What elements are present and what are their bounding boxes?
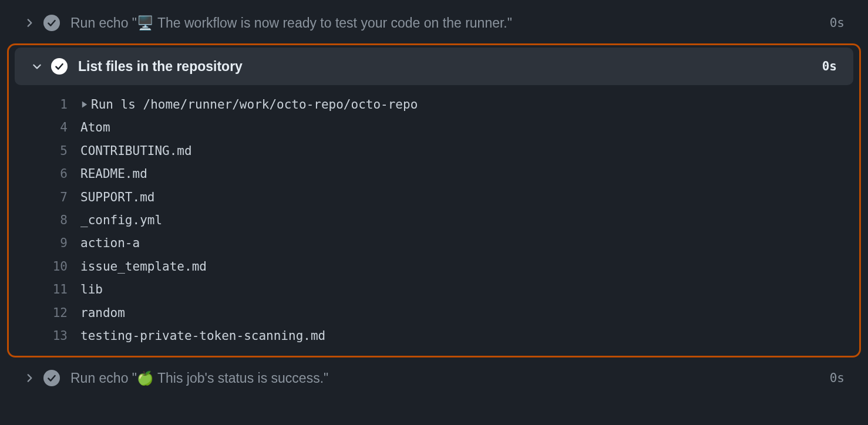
line-number: 13 [9,328,80,345]
log-text: lib [80,281,103,298]
line-number: 8 [9,212,80,229]
log-line: 6README.md [9,163,859,185]
step-duration: 0s [830,371,845,385]
log-line: 9action-a [9,232,859,255]
check-circle-icon [43,15,60,31]
log-text: Run ls /home/runner/work/octo-repo/octo-… [80,96,418,113]
log-text: Atom [80,119,110,136]
chevron-down-icon [31,60,43,72]
log-line: 5CONTRIBUTING.md [9,140,859,163]
log-line[interactable]: 1Run ls /home/runner/work/octo-repo/octo… [9,93,859,116]
log-text: _config.yml [80,212,162,229]
log-text: random [80,305,125,322]
line-number: 11 [9,281,80,298]
workflow-step-list[interactable]: List files in the repository 0s [15,48,853,85]
chevron-right-icon [23,372,35,384]
check-circle-icon [43,370,60,386]
step-title: Run echo "🍏 This job's status is success… [70,370,830,386]
log-output: 1Run ls /home/runner/work/octo-repo/octo… [9,90,859,348]
log-line: 13testing-private-token-scanning.md [9,325,859,348]
step-title: List files in the repository [78,59,822,75]
log-text: README.md [80,166,147,183]
chevron-right-icon [23,17,35,29]
log-text: issue_template.md [80,258,207,275]
log-line: 7SUPPORT.md [9,186,859,209]
step-duration: 0s [822,59,837,73]
line-number: 12 [9,305,80,322]
log-line: 4Atom [9,116,859,139]
log-text: testing-private-token-scanning.md [80,328,325,345]
line-number: 9 [9,235,80,252]
svg-marker-0 [82,101,87,107]
triangle-right-icon[interactable] [80,100,89,109]
log-line: 10issue_template.md [9,255,859,278]
line-number: 10 [9,258,80,275]
workflow-step-list-highlight: List files in the repository 0s 1Run ls … [7,43,861,357]
step-duration: 0s [830,16,845,30]
log-line: 8_config.yml [9,209,859,232]
line-number: 7 [9,189,80,206]
check-circle-icon [51,58,68,75]
line-number: 4 [9,119,80,136]
workflow-step-status[interactable]: Run echo "🍏 This job's status is success… [0,361,868,395]
log-line: 12random [9,302,859,325]
line-number: 6 [9,166,80,183]
log-text: CONTRIBUTING.md [80,143,192,160]
line-number: 1 [9,96,80,113]
log-line: 11lib [9,278,859,301]
line-number: 5 [9,143,80,160]
step-title: Run echo "🖥️ The workflow is now ready t… [70,15,830,31]
log-text: action-a [80,235,140,252]
workflow-step-ready[interactable]: Run echo "🖥️ The workflow is now ready t… [0,6,868,40]
log-text: SUPPORT.md [80,189,154,206]
